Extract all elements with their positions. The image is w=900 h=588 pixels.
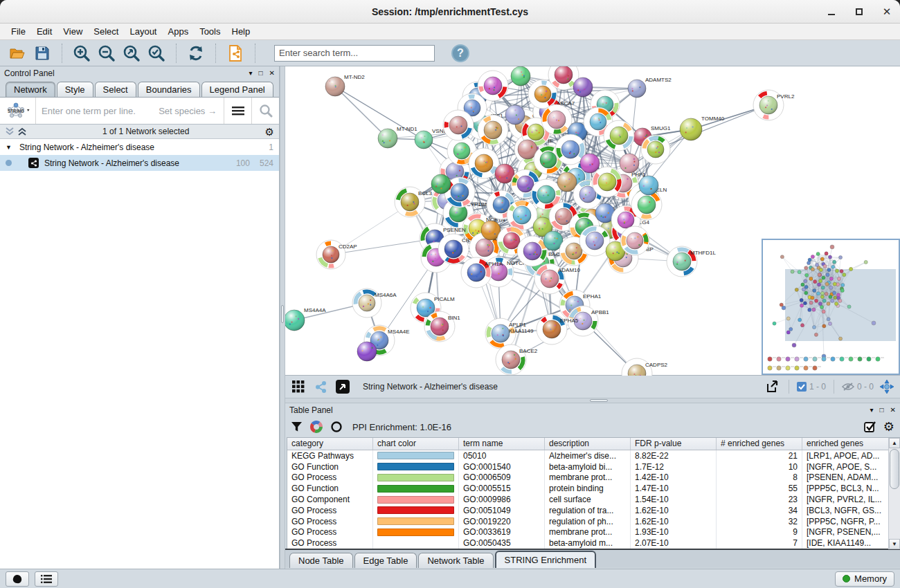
network-view[interactable]: MT-ND2MT-ND1VSNL1GAB2IRS1CHATABCA7ACHEAD… [285,66,900,376]
panel-close-icon[interactable]: ✕ [890,406,896,414]
maximize-button[interactable] [853,6,865,18]
task-history-button[interactable] [6,571,29,587]
export-network-button[interactable] [763,378,781,395]
ring-chart-icon[interactable] [330,421,343,433]
gear-icon[interactable]: ⚙ [265,127,274,137]
zoom-fit-button[interactable] [121,43,142,64]
table-row[interactable]: KEGG Pathways05010Alzheimer's dise...8.8… [287,450,900,461]
table-scrollbar[interactable]: ▲ ▼ [888,438,900,549]
network-node[interactable] [357,342,377,361]
tab-network[interactable]: Network [6,82,55,97]
open-in-window-button[interactable] [334,378,352,395]
splitter-grip[interactable] [590,399,608,402]
panel-close-icon[interactable]: ✕ [269,69,275,77]
network-node-BCL3[interactable]: BCL3 [395,187,433,217]
column-header--enriched-genes[interactable]: # enriched genes [717,438,802,450]
menu-item-tools[interactable]: Tools [194,25,226,38]
network-node-CD2AP[interactable]: CD2AP [316,240,357,269]
zoom-selected-button[interactable] [146,43,167,64]
network-node[interactable] [592,167,622,197]
tab-string-enrichment[interactable]: STRING Enrichment [495,551,596,568]
network-node[interactable] [478,71,508,101]
network-node[interactable] [507,200,537,230]
tab-legend-panel[interactable]: Legend Panel [201,82,273,97]
network-node-MTHFD1L[interactable]: MTHFD1L [667,246,716,277]
tab-select[interactable]: Select [95,82,136,97]
close-button[interactable]: ✕ [881,6,893,18]
network-node-MT-ND1[interactable]: MT-ND1 [378,126,417,148]
column-header-chart-color[interactable]: chart color [373,438,459,450]
network-node[interactable] [580,154,600,173]
birdseye-toggle-button[interactable] [312,378,330,395]
network-node[interactable] [641,135,670,164]
table-row[interactable]: GO ProcessGO:0050435beta-amyloid m...2.0… [287,538,900,549]
save-session-button[interactable] [32,43,53,64]
pan-tool-button[interactable] [878,378,896,395]
string-search-button[interactable] [251,98,279,124]
help-button[interactable]: ? [451,44,469,62]
network-node-CADPS2[interactable]: CADPS2 [622,358,668,376]
network-node[interactable] [478,115,508,145]
gear-icon[interactable]: ⚙ [883,421,894,433]
network-node[interactable] [557,172,577,192]
refresh-button[interactable] [186,43,206,64]
panel-menu-caret-icon[interactable]: ▾ [870,406,874,414]
table-row[interactable]: GO ComponentGO:0009986cell surface1.54E-… [287,494,900,505]
tab-boundaries[interactable]: Boundaries [138,82,200,97]
table-row[interactable]: GO ProcessGO:0006509membrane prot...1.42… [287,472,900,484]
menu-item-help[interactable]: Help [226,25,256,38]
panel-menu-caret-icon[interactable]: ▾ [249,69,253,77]
select-checkbox-icon[interactable] [864,421,876,433]
menu-item-select[interactable]: Select [88,25,124,38]
string-options-button[interactable] [224,98,251,124]
tab-node-table[interactable]: Node Table [289,553,353,568]
column-header-enriched-genes[interactable]: enriched genes [802,438,890,450]
network-row[interactable]: String Network - Alzheimer's disease 100… [0,155,279,171]
panel-float-icon[interactable]: □ [259,69,263,77]
network-node-ADAMTS2[interactable]: ADAMTS2 [628,77,672,98]
scroll-down-button[interactable]: ▼ [889,539,900,549]
network-node[interactable] [579,226,610,256]
collapse-all-icon[interactable] [5,127,15,136]
zoom-in-button[interactable] [71,43,92,64]
network-node-TOMM40[interactable]: TOMM40 [680,116,725,140]
column-header-description[interactable]: description [545,438,631,450]
string-query-input[interactable] [36,106,159,116]
vertical-splitter[interactable] [280,66,285,569]
search-input[interactable] [274,45,435,62]
set-species-hint[interactable]: Set species → [159,106,224,116]
network-node-PVRL2[interactable]: PVRL2 [753,90,795,120]
menu-item-edit[interactable]: Edit [31,25,57,38]
network-node-MS4A6A[interactable]: MS4A6A [352,288,397,318]
network-node-ADAM10[interactable]: ADAM10 [534,264,581,294]
menu-item-apps[interactable]: Apps [163,25,195,38]
minimize-button[interactable] [825,6,838,18]
tree-expand-caret-icon[interactable]: ▼ [6,144,19,151]
memory-button[interactable]: Memory [835,571,894,587]
network-node[interactable] [469,148,499,178]
network-node[interactable] [573,77,593,97]
grid-view-button[interactable] [289,378,307,395]
column-header-FDR-p-value[interactable]: FDR p-value [631,438,717,450]
horizontal-splitter[interactable] [285,398,900,403]
table-row[interactable]: GO ProcessGO:0051049regulation of tra...… [287,505,900,516]
splitter-grip[interactable] [281,305,284,323]
column-header-category[interactable]: category [287,438,373,450]
table-row[interactable]: GO FunctionGO:0001540beta-amyloid bi...1… [287,461,900,472]
column-header-term-name[interactable]: term name [459,438,545,450]
tab-style[interactable]: Style [57,82,93,97]
open-session-button[interactable] [7,43,28,64]
network-node[interactable] [511,66,530,86]
birdseye-view[interactable] [762,239,900,375]
network-from-file-button[interactable] [225,43,246,64]
network-node[interactable] [443,110,474,140]
scrollbar-thumb[interactable] [890,449,899,489]
table-row[interactable]: GO ProcessGO:0033619membrane prot...1.93… [287,527,900,538]
network-node[interactable] [541,104,572,135]
network-node[interactable] [604,120,634,151]
panel-float-icon[interactable]: □ [880,406,884,414]
network-collection-row[interactable]: ▼ String Network - Alzheimer's disease 1 [0,139,279,155]
table-row[interactable]: GO FunctionGO:0005515protein binding1.47… [287,483,900,494]
network-node[interactable] [431,174,451,194]
menu-item-file[interactable]: File [6,25,31,38]
